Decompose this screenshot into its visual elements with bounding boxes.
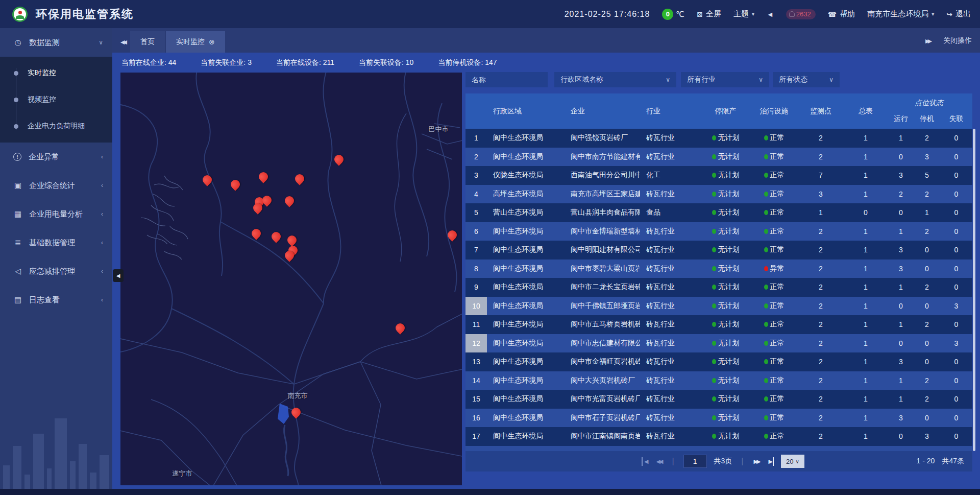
status-dot-green-icon (764, 322, 768, 327)
stat-item: 当前在线设备: 211 (276, 58, 334, 67)
range-label: 1 - 20 (917, 457, 935, 466)
temperature-unit: ℃ (676, 10, 684, 19)
fullscreen-button[interactable]: ⊠ 全屏 (697, 9, 721, 19)
mute-speaker-icon[interactable]: ◄ (767, 10, 774, 18)
cell-points: 2 (798, 376, 843, 385)
cell-company: 阆中明阳建材有限公司 (565, 245, 640, 254)
megaphone-icon: ◁ (13, 267, 22, 276)
table-row[interactable]: 10阆中生态环境局阆中千佛镇五郎垭页岩砖瓦行业无计划正常21003 (465, 297, 972, 316)
cell-region: 阆中生态环境局 (487, 339, 565, 348)
sidebar-subitem-video-monitor[interactable]: 视频监控 (0, 86, 112, 113)
logout-button[interactable]: ↪ 退出 (946, 9, 971, 19)
table-row[interactable]: 14阆中生态环境局阆中大兴页岩机砖厂砖瓦行业无计划正常21120 (465, 371, 972, 390)
cell-industry: 砖瓦行业 (640, 264, 701, 273)
map-panel[interactable]: 巴中市南充市遂宁市 (120, 73, 462, 485)
skyline-decoration (0, 398, 112, 495)
stat-item: 当前在线企业: 44 (121, 58, 176, 67)
first-page-icon[interactable]: ◀ (642, 457, 648, 466)
status-filter-select[interactable]: 所有状态 ∨ (773, 72, 840, 87)
chevron-down-icon: ∨ (758, 76, 763, 83)
table-row[interactable]: 3仪陇生态环境局西南油气田分公司川中化工无计划正常71350 (465, 166, 972, 185)
tab-home[interactable]: 首页 (130, 31, 165, 53)
prev-page-icon[interactable]: ◀◀ (655, 457, 663, 466)
table-row[interactable]: 4高坪生态环境局南充市高坪区王家店建砖瓦行业无计划正常31220 (465, 185, 972, 204)
table-row[interactable]: 13阆中生态环境局阆中市金福旺页岩机砖砖瓦行业无计划正常21300 (465, 352, 972, 371)
cell-control-status: 正常 (750, 227, 798, 236)
close-icon[interactable]: ⊗ (209, 38, 215, 46)
cell-points: 2 (798, 432, 843, 440)
notification-badge[interactable]: 2632 (786, 9, 816, 19)
sidebar-item-emergency-reduction[interactable]: ◁应急减排管理‹ (0, 257, 112, 286)
status-dot-green-icon (764, 396, 768, 402)
cell-meters: 1 (843, 320, 888, 328)
org-dropdown[interactable]: 南充市生态环境局 ▾ (867, 9, 934, 19)
next-page-icon[interactable]: ▶▶ (753, 457, 761, 466)
sidebar-collapse-button[interactable]: ◀ (113, 269, 124, 282)
sidebar-item-data-monitor[interactable]: ◷数据监测∨ (0, 28, 112, 57)
table-scrollbar[interactable] (973, 129, 975, 451)
sidebar-item-enterprise-abnormal[interactable]: !企业异常‹ (0, 143, 112, 171)
status-dot-green-icon (764, 192, 768, 197)
cell-meters: 1 (843, 395, 888, 403)
page-number-input[interactable] (683, 455, 707, 468)
cell-lost: 0 (940, 358, 972, 366)
region-filter-select[interactable]: 行政区域名称 ∨ (554, 72, 676, 87)
help-button[interactable]: ☎ 帮助 (828, 9, 855, 19)
cell-points: 2 (798, 395, 843, 403)
sidebar-subitem-power-load-detail[interactable]: 企业电力负荷明细 (0, 113, 112, 139)
sidebar-item-power-analysis[interactable]: ▦企业用电量分析‹ (0, 200, 112, 228)
cell-stopped: 2 (914, 320, 940, 328)
cell-region: 阆中生态环境局 (487, 152, 565, 161)
tab-realtime-monitor[interactable]: 实时监控 ⊗ (166, 31, 225, 53)
status-dot-green-icon (764, 378, 768, 383)
layers-icon: ≣ (13, 238, 22, 247)
cell-stopped: 0 (914, 358, 940, 366)
table-row[interactable]: 15阆中生态环境局阆中市光富页岩机砖厂砖瓦行业无计划正常21120 (465, 390, 972, 409)
app-title: 环保用电监管系统 (36, 7, 134, 22)
status-dot-green-icon (712, 341, 716, 346)
close-operations-button[interactable]: 关闭操作 (943, 36, 972, 45)
table-row[interactable]: 2阆中生态环境局阆中市南方节能建材有砖瓦行业无计划正常21030 (465, 148, 972, 167)
sidebar-item-base-data[interactable]: ≣基础数据管理‹ (0, 228, 112, 257)
table-row[interactable]: 8阆中生态环境局阆中市枣碧大梁山页岩砖瓦行业无计划异常21300 (465, 260, 972, 278)
table-row[interactable]: 17阆中生态环境局阆中市江南镇阆南页岩砖瓦行业无计划正常21030 (465, 427, 972, 446)
table-row[interactable]: 6阆中生态环境局阆中市金博瑞新型墙材砖瓦行业无计划正常21120 (465, 222, 972, 241)
cell-control-status: 正常 (750, 245, 798, 254)
cell-company: 阆中市石子页岩机砖厂 (565, 413, 640, 422)
table-row[interactable]: 5营山生态环境局营山县润丰肉食品有限食品无计划正常10010 (465, 203, 972, 222)
table-row[interactable]: 12阆中生态环境局阆中市忠信建材有限公砖瓦行业无计划正常21003 (465, 334, 972, 353)
name-filter-input[interactable] (465, 72, 548, 87)
cell-industry: 化工 (640, 171, 701, 180)
cell-points: 2 (798, 283, 843, 291)
fullscreen-label: 全屏 (706, 9, 721, 19)
tabs-scroll-left-icon[interactable]: ◀◀ (120, 39, 125, 45)
industry-filter-select[interactable]: 所有行业 ∨ (681, 72, 769, 87)
status-dot-red-icon (764, 266, 768, 271)
status-dot-green-icon (764, 359, 768, 364)
status-dot-green-icon (712, 396, 716, 402)
table-row[interactable]: 7阆中生态环境局阆中明阳建材有限公司砖瓦行业无计划正常21300 (465, 241, 972, 260)
tab-operations: ▶▶ 关闭操作 (925, 36, 972, 45)
last-page-icon[interactable]: ▶ (767, 457, 773, 466)
table-row[interactable]: 16阆中生态环境局阆中市石子页岩机砖厂砖瓦行业无计划正常21300 (465, 409, 972, 428)
page-size-select[interactable]: 20 ∨ (781, 455, 804, 468)
col-point-state-group: 点位状态 (888, 99, 970, 108)
tabs-scroll-right-icon[interactable]: ▶▶ (925, 38, 930, 44)
table-row[interactable]: 1阆中生态环境局阆中强锐页岩砖厂砖瓦行业无计划正常21120 (465, 129, 972, 148)
sidebar-item-enterprise-stats[interactable]: ▣企业综合统计‹ (0, 171, 112, 200)
cell-running: 3 (888, 414, 914, 422)
cell-points: 1 (798, 208, 843, 217)
table-row[interactable]: 9阆中生态环境局阆中市二龙长宝页岩砖砖瓦行业无计划正常21120 (465, 278, 972, 297)
status-dot-green-icon (712, 415, 716, 420)
cell-limit-status: 无计划 (701, 208, 750, 217)
table-row[interactable]: 11阆中生态环境局阆中市五马桥页岩机砖砖瓦行业无计划正常21120 (465, 315, 972, 334)
sidebar-item-log-view[interactable]: ▤日志查看‹ (0, 286, 112, 314)
row-index: 2 (465, 148, 487, 167)
theme-dropdown[interactable]: 主题 ▾ (733, 9, 754, 19)
sidebar-subitem-realtime-monitor[interactable]: 实时监控 (0, 60, 112, 86)
status-dot-green-icon (764, 434, 768, 439)
sidebar-submenu: 实时监控视频监控企业电力负荷明细 (0, 57, 112, 143)
table-row[interactable]: 18南部生态环境局南部县砌华水泥有限公建材行业无计划正常52050 (465, 446, 972, 452)
row-index: 3 (465, 166, 487, 185)
cell-lost: 0 (940, 171, 972, 179)
